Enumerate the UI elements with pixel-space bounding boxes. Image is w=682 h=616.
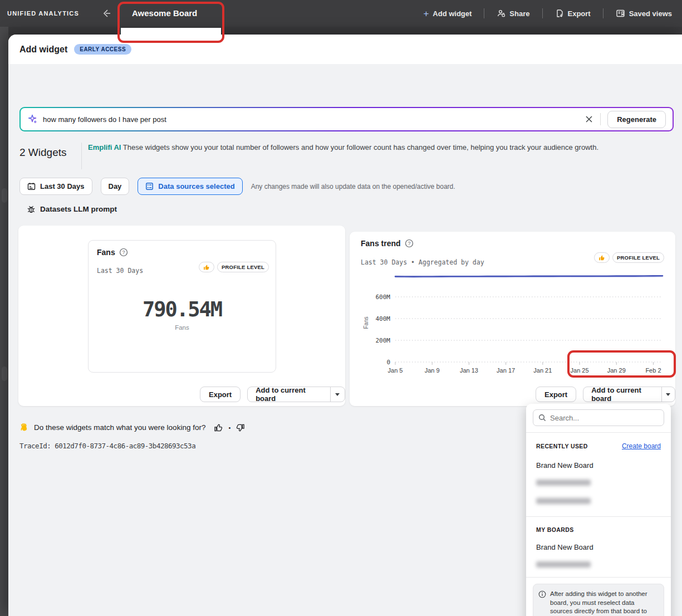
- thumb-up-icon: [598, 255, 605, 261]
- fans-trend-chart: 600M400M200M0Jan 5Jan 9Jan 13Jan 17Jan 2…: [362, 266, 668, 380]
- bug-icon: [27, 204, 36, 214]
- redacted-board-item[interactable]: [536, 561, 591, 568]
- share-button[interactable]: Share: [492, 7, 534, 20]
- fans-trend-widget-card: Fans trend ? Last 30 Days • Aggregated b…: [350, 232, 675, 406]
- menu-divider: [526, 432, 671, 433]
- fans-widget-subtitle: Last 30 Days: [97, 267, 143, 275]
- fans-add-split-button: Add to current board: [247, 387, 345, 402]
- topbar-separator: [484, 8, 484, 18]
- data-sources-icon: [145, 182, 154, 190]
- feedback-thumbs-down-icon[interactable]: [235, 423, 245, 432]
- waving-hand-icon: [19, 423, 29, 432]
- add-widget-modal: Add widget EARLY ACCESS Regenerate: [8, 35, 682, 616]
- feedback-row: Do these widgets match what you were loo…: [19, 423, 245, 432]
- chevron-down-icon: [335, 393, 340, 396]
- sidebar-dimmed: [0, 27, 8, 616]
- svg-text:0: 0: [386, 359, 390, 366]
- widgets-count: 2 Widgets: [19, 146, 66, 159]
- fans-widget-title: Fans: [97, 248, 115, 257]
- filter-row: Last 30 Days Day Data sources selected A…: [19, 178, 455, 195]
- page: UNIFIED ANALYTICS Awesome Board + Add wi…: [0, 0, 682, 616]
- board-info-note-text: After adding this widget to another boar…: [550, 590, 658, 614]
- trace-id: TraceId: 6012d7f0-8737-4c86-ac89-3b42869…: [19, 442, 195, 450]
- plus-icon: +: [423, 9, 429, 18]
- svg-text:600M: 600M: [376, 294, 391, 301]
- svg-text:Jan 5: Jan 5: [388, 367, 403, 374]
- export-document-icon: [555, 9, 564, 18]
- datasets-llm-prompt-link[interactable]: Datasets LLM prompt: [27, 204, 117, 214]
- trend-add-split-button: Add to current board: [583, 387, 675, 402]
- granularity-chip[interactable]: Day: [101, 178, 130, 195]
- svg-text:200M: 200M: [376, 337, 391, 344]
- svg-text:Jan 13: Jan 13: [460, 367, 478, 374]
- info-icon: [538, 590, 546, 614]
- svg-text:400M: 400M: [376, 315, 391, 322]
- regenerate-button[interactable]: Regenerate: [607, 111, 666, 128]
- top-bar: UNIFIED ANALYTICS Awesome Board + Add wi…: [0, 0, 682, 27]
- fans-export-button[interactable]: Export: [200, 387, 241, 402]
- prompt-separator: [600, 113, 601, 125]
- create-board-link[interactable]: Create board: [622, 442, 661, 450]
- ai-sparkle-icon: [27, 114, 37, 124]
- feedback-thumbs-up-icon[interactable]: [214, 423, 223, 432]
- topbar-separator: [603, 8, 604, 18]
- saved-views-button[interactable]: Saved views: [611, 7, 676, 20]
- my-boards-header: MY BOARDS: [536, 526, 574, 533]
- board-menu-item[interactable]: Brand New Board: [536, 543, 593, 551]
- ai-prompt-input[interactable]: [43, 115, 581, 124]
- fans-trend-title: Fans trend: [361, 239, 401, 248]
- svg-text:?: ?: [408, 241, 410, 246]
- profile-level-badge: PROFILE LEVEL: [612, 252, 664, 263]
- trend-add-board-caret[interactable]: [661, 387, 675, 402]
- help-icon[interactable]: ?: [119, 248, 128, 257]
- recently-used-header: RECENTLY USED: [536, 443, 588, 449]
- clear-prompt-icon[interactable]: [581, 111, 597, 127]
- data-sources-chip[interactable]: Data sources selected: [138, 178, 242, 195]
- add-widget-button[interactable]: + Add widget: [419, 7, 476, 21]
- redacted-board-item[interactable]: [536, 480, 591, 486]
- feedback-separator: •: [228, 424, 230, 431]
- chevron-down-icon: [666, 393, 670, 396]
- collapse-sidebar-icon[interactable]: [101, 8, 112, 18]
- date-range-chip[interactable]: Last 30 Days: [19, 178, 92, 195]
- export-button[interactable]: Export: [551, 7, 595, 20]
- trend-add-to-board-button[interactable]: Add to current board: [583, 387, 661, 402]
- search-icon: [538, 414, 546, 422]
- board-info-note: After adding this widget to another boar…: [533, 584, 664, 616]
- app-brand: UNIFIED ANALYTICS: [7, 10, 79, 17]
- modal-title: Add widget: [19, 45, 67, 55]
- board-search-field[interactable]: [533, 409, 664, 426]
- svg-text:Jan 17: Jan 17: [497, 367, 515, 374]
- help-icon[interactable]: ?: [405, 239, 414, 248]
- fans-metric-card: Fans ? Last 30 Days PROFILE LEVEL: [88, 240, 276, 373]
- board-title[interactable]: Awesome Board: [132, 8, 197, 18]
- fans-add-board-caret[interactable]: [330, 387, 345, 402]
- ai-prompt-bar: Regenerate: [19, 107, 674, 131]
- svg-text:Jan 29: Jan 29: [607, 367, 626, 374]
- fans-trend-subtitle: Last 30 Days • Aggregated by day: [361, 258, 484, 266]
- thumb-up-icon: [203, 264, 210, 271]
- thumbs-up-pill[interactable]: [199, 262, 214, 272]
- menu-divider: [526, 577, 671, 578]
- ai-provider-name: Emplifi AI: [88, 143, 121, 151]
- add-to-board-menu: RECENTLY USED Create board Brand New Boa…: [526, 404, 671, 616]
- fans-metric-value: 790.54M: [89, 297, 276, 321]
- board-menu-item[interactable]: Brand New Board: [536, 461, 593, 470]
- redacted-board-item[interactable]: [536, 498, 591, 504]
- topbar-actions: + Add widget Share Export: [419, 0, 676, 27]
- fans-add-to-board-button[interactable]: Add to current board: [248, 387, 330, 402]
- saved-views-icon: [616, 9, 625, 18]
- menu-divider: [526, 516, 671, 517]
- fans-widget-card: Fans ? Last 30 Days PROFILE LEVEL: [18, 226, 345, 406]
- svg-text:Feb 2: Feb 2: [645, 367, 661, 374]
- modal-header: Add widget EARLY ACCESS: [8, 35, 682, 64]
- ai-summary-text: These widgets show you your total number…: [123, 143, 598, 151]
- filters-note: Any changes made will also update data o…: [251, 183, 455, 190]
- modal-body: Regenerate 2 Widgets Emplifi AI These wi…: [8, 64, 682, 616]
- board-search-input[interactable]: [550, 414, 659, 422]
- svg-text:Jan 21: Jan 21: [533, 367, 552, 374]
- thumbs-up-pill[interactable]: [594, 252, 610, 263]
- svg-text:Fans: Fans: [363, 316, 369, 329]
- trend-export-button[interactable]: Export: [536, 387, 576, 402]
- calendar-icon: [27, 182, 36, 190]
